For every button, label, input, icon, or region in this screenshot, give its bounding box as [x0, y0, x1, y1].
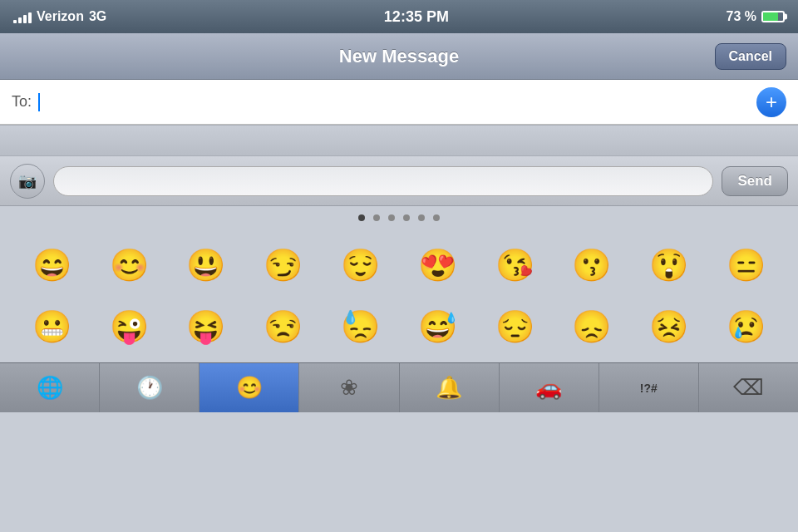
- network-type: 3G: [89, 9, 106, 24]
- globe-icon[interactable]: 🌐: [0, 363, 100, 412]
- emoji-key-r0-c4[interactable]: 😌: [325, 247, 396, 283]
- signal-bar-2: [18, 17, 22, 23]
- emoji-key-r1-c5[interactable]: 😅: [402, 308, 473, 345]
- subject-field-divider: [0, 125, 798, 156]
- emoji-key-r1-c6[interactable]: 😔: [480, 308, 550, 345]
- status-right: 73 %: [727, 9, 785, 24]
- emoji-key-r1-c1[interactable]: 😜: [94, 308, 165, 345]
- message-bar: 📷 Send: [0, 156, 798, 206]
- message-input[interactable]: [53, 166, 713, 196]
- to-field: To: +: [0, 80, 798, 125]
- camera-icon: 📷: [18, 172, 37, 190]
- emoji-key-r1-c4[interactable]: 😓: [325, 308, 396, 345]
- page-indicators: [0, 206, 798, 229]
- emoji-key-r1-c9[interactable]: 😢: [711, 308, 781, 345]
- status-bar: Verizon 3G 12:35 PM 73 %: [0, 0, 798, 33]
- nav-bar: New Message Cancel: [0, 33, 798, 80]
- emoji-key-r1-c3[interactable]: 😒: [248, 308, 318, 345]
- battery-icon: [761, 11, 785, 22]
- battery-fill: [763, 12, 778, 21]
- car-icon[interactable]: 🚗: [500, 363, 599, 412]
- to-label: To:: [12, 93, 32, 111]
- emoji-key-r0-c3[interactable]: 😏: [248, 247, 318, 283]
- text-cursor: [38, 93, 40, 111]
- carrier-name: Verizon: [37, 9, 84, 24]
- emoji-key-r0-c2[interactable]: 😃: [171, 247, 242, 283]
- clock-icon[interactable]: 🕐: [100, 363, 200, 412]
- cancel-button[interactable]: Cancel: [715, 43, 786, 70]
- battery-percent: 73 %: [727, 9, 756, 24]
- page-dot-5: [418, 214, 425, 221]
- emoji-key-r0-c5[interactable]: 😍: [402, 247, 473, 283]
- page-dot-2: [373, 214, 380, 221]
- backspace-icon[interactable]: ⌫: [699, 363, 798, 412]
- to-input-area[interactable]: [38, 93, 756, 111]
- signal-bar-1: [13, 20, 17, 23]
- nav-title: New Message: [339, 46, 459, 67]
- signal-bars: [13, 10, 32, 23]
- send-button[interactable]: Send: [722, 166, 788, 196]
- signal-bar-3: [23, 15, 27, 23]
- emoji-icon[interactable]: 😊: [200, 363, 299, 412]
- emoji-key-r0-c1[interactable]: 😊: [94, 247, 165, 283]
- flower-icon[interactable]: ❀: [299, 363, 399, 412]
- emoji-key-r1-c0[interactable]: 😬: [17, 308, 87, 345]
- keyboard-bottom-bar: 🌐🕐😊❀🔔🚗!?#⌫: [0, 362, 798, 412]
- emoji-grid: 😄😊😃😏😌😍😘😗😲😑😬😜😝😒😓😅😔😞😣😢: [0, 229, 798, 362]
- symbols-icon[interactable]: !?#: [599, 363, 699, 412]
- page-dot-4: [403, 214, 410, 221]
- camera-button[interactable]: 📷: [10, 164, 45, 199]
- add-contact-button[interactable]: +: [756, 87, 786, 117]
- emoji-key-r0-c8[interactable]: 😲: [633, 247, 704, 283]
- page-dot-1: [358, 214, 365, 221]
- emoji-key-r0-c0[interactable]: 😄: [17, 247, 87, 283]
- emoji-key-r1-c2[interactable]: 😝: [171, 308, 242, 345]
- emoji-key-r0-c6[interactable]: 😘: [480, 247, 550, 283]
- emoji-key-r1-c8[interactable]: 😣: [633, 308, 704, 345]
- status-left: Verizon 3G: [13, 9, 106, 24]
- emoji-key-r1-c7[interactable]: 😞: [557, 308, 628, 345]
- signal-bar-4: [28, 12, 32, 23]
- page-dot-6: [433, 214, 440, 221]
- time-display: 12:35 PM: [384, 8, 449, 26]
- emoji-key-r0-c7[interactable]: 😗: [557, 247, 628, 283]
- bell-icon[interactable]: 🔔: [400, 363, 500, 412]
- page-dot-3: [388, 214, 395, 221]
- emoji-key-r0-c9[interactable]: 😑: [711, 247, 781, 283]
